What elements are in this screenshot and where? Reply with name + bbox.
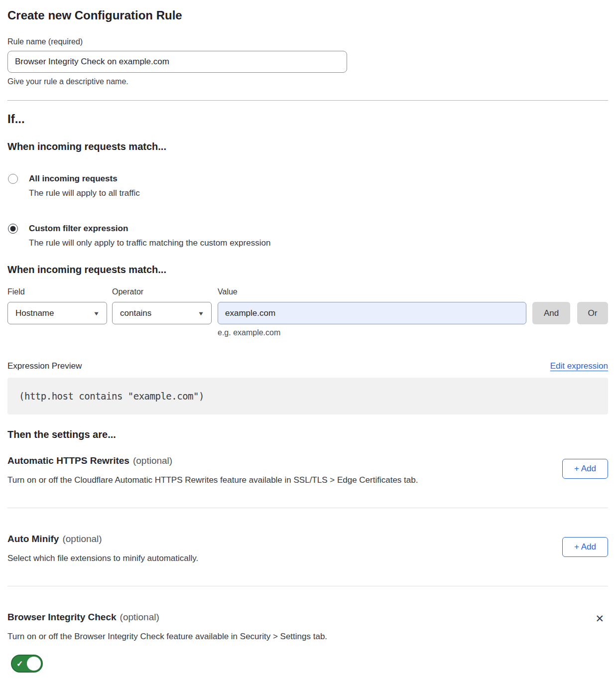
setting-title-row: Automatic HTTPS Rewrites (optional) [7,455,418,466]
expression-code: (http.host contains "example.com") [19,391,204,402]
radio-option-text: All incoming requests The rule will appl… [29,173,140,200]
operator-column: Operator contains ▼ [112,287,212,324]
radio-option-all-incoming-requests[interactable]: All incoming requests The rule will appl… [7,173,608,200]
setting-optional-tag: (optional) [120,612,159,623]
rule-name-label: Rule name (required) [7,37,608,46]
value-help: e.g. example.com [218,328,526,337]
field-label: Field [7,287,107,297]
field-select-value: Hostname [15,308,54,318]
rule-name-help: Give your rule a descriptive name. [7,77,608,86]
setting-auto-minify: Auto Minify (optional) Select which file… [7,533,608,564]
setting-main: Browser Integrity Check (optional) Turn … [7,611,327,673]
value-label: Value [218,287,526,297]
expression-preview-label: Expression Preview [7,361,82,371]
setting-title: Auto Minify [7,533,59,545]
create-configuration-rule-form: Create new Configuration Rule Rule name … [0,0,616,680]
request-match-radio-group: All incoming requests The rule will appl… [7,173,608,250]
if-heading: If... [7,112,608,127]
edit-expression-link[interactable]: Edit expression [550,361,608,371]
expression-preview-row: Expression Preview Edit expression [7,361,608,371]
rule-name-input[interactable] [7,51,347,73]
setting-divider [7,586,608,586]
add-auto-minify-button[interactable]: + Add [562,537,608,557]
radio-option-custom-filter-expression[interactable]: Custom filter expression The rule will o… [7,223,608,250]
radio-option-description: The rule will apply to all traffic [29,187,140,200]
setting-title: Browser Integrity Check [7,611,117,623]
toggle-knob[interactable] [27,657,41,671]
setting-title-row: Auto Minify (optional) [7,533,198,545]
browser-integrity-check-toggle[interactable]: ✓ [11,655,43,673]
check-icon: ✓ [16,659,23,669]
chevron-down-icon: ▼ [93,310,100,316]
operator-label: Operator [112,287,212,297]
expression-builder-heading: When incoming requests match... [7,264,608,276]
radio-button-unselected[interactable] [8,174,18,184]
operator-select[interactable]: contains ▼ [112,302,212,324]
setting-browser-integrity-check: Browser Integrity Check (optional) Turn … [7,611,608,673]
setting-description: Turn on or off the Cloudflare Automatic … [7,474,418,486]
operator-select-value: contains [120,308,151,318]
radio-option-label: All incoming requests [29,173,140,185]
settings-heading: Then the settings are... [7,428,608,441]
match-heading: When incoming requests match... [7,140,608,153]
setting-main: Automatic HTTPS Rewrites (optional) Turn… [7,455,418,486]
field-column: Field Hostname ▼ [7,287,107,324]
radio-button-selected[interactable] [8,224,18,234]
value-input[interactable] [218,302,526,324]
setting-title-row: Browser Integrity Check (optional) [7,611,327,623]
setting-description: Select which file extensions to minify a… [7,552,198,564]
chevron-down-icon: ▼ [198,310,205,316]
setting-automatic-https-rewrites: Automatic HTTPS Rewrites (optional) Turn… [7,455,608,486]
setting-optional-tag: (optional) [133,455,172,466]
field-select[interactable]: Hostname ▼ [7,302,107,324]
section-divider [7,100,608,101]
radio-option-description: The rule will only apply to traffic matc… [29,237,270,250]
setting-title: Automatic HTTPS Rewrites [7,455,129,466]
add-automatic-https-rewrites-button[interactable]: + Add [562,459,608,479]
close-icon[interactable]: ✕ [595,613,604,624]
setting-optional-tag: (optional) [62,534,102,545]
setting-divider [7,508,608,508]
radio-option-label: Custom filter expression [29,223,270,235]
value-column: Value e.g. example.com [218,287,526,337]
setting-description: Turn on or off the Browser Integrity Che… [7,631,327,642]
setting-main: Auto Minify (optional) Select which file… [7,533,198,564]
and-button[interactable]: And [532,302,570,324]
radio-option-text: Custom filter expression The rule will o… [29,223,270,250]
or-button[interactable]: Or [577,302,608,324]
expression-preview-box: (http.host contains "example.com") [7,378,608,414]
page-title: Create new Configuration Rule [7,8,608,23]
expression-builder-row: Field Hostname ▼ Operator contains ▼ Val… [7,287,608,337]
